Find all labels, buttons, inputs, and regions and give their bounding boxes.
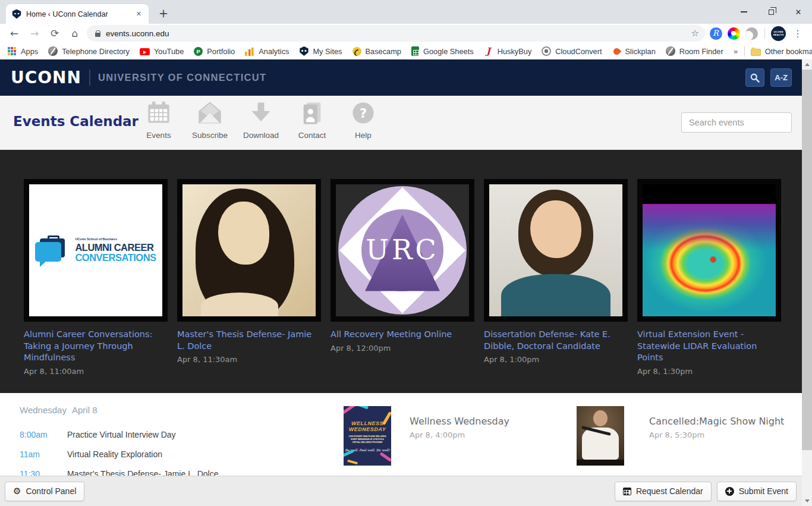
tab-close-icon[interactable]: ✕ [134,9,144,19]
reload-icon[interactable]: ⟳ [46,25,63,42]
color-wheel-extension-icon[interactable] [726,26,741,40]
day-heading: WednesdayApril 8 [20,405,97,415]
lidar-terrain-map [643,184,776,316]
refind-extension-icon[interactable]: R [709,26,723,40]
events-search-box [681,112,792,133]
globe-icon [666,46,675,56]
control-panel-button[interactable]: ⚙ Control Panel [5,482,84,501]
nav-contact[interactable]: Contact [287,100,338,140]
window-restore-button[interactable] [757,0,785,24]
scrollbar-thumb[interactable] [802,70,812,450]
event-card[interactable]: Dissertation Defense- Kate E. Dibble, Do… [484,179,628,393]
bookmark-apps[interactable]: Apps [7,46,38,56]
scroll-up-arrow-icon[interactable] [802,59,812,70]
profile-avatar[interactable]: UCONN HEALTH [771,26,786,41]
dark-mode-extension-icon[interactable] [744,26,759,40]
event-card[interactable]: UConn School of Business ALUMNI CAREER C… [24,179,168,393]
vertical-scrollbar[interactable] [802,59,812,506]
cloudconvert-icon [542,46,551,56]
event-time: 8:00am [20,430,67,439]
huskybuy-icon: J [484,46,493,56]
new-tab-button[interactable]: + [156,6,171,21]
briefcase-speech-bubble-icon [35,235,70,266]
event-title[interactable]: Practice Virtual Interview Day [67,430,176,439]
site-header: UCONN UNIVERSITY OF CONNECTICUT A-Z [0,59,812,96]
window-close-button[interactable]: ✕ [785,0,812,24]
browser-tab[interactable]: Home ‹ UConn Calendar ✕ [6,4,149,24]
event-title[interactable]: Cancelled:Magic Show Night [649,416,784,427]
bookmark-google-sheets[interactable]: Google Sheets [411,46,474,56]
address-toolbar: ← → ⟳ ⌂ events.uconn.edu ☆ R UCONN HEALT… [0,24,812,43]
bookmarks-overflow-icon[interactable]: » [734,47,738,56]
calendar-icon [146,100,172,126]
event-image-frame: URC [331,179,474,322]
folder-icon [751,49,761,56]
back-icon[interactable]: ← [6,25,23,42]
site-search-button[interactable] [745,68,764,87]
submit-event-button[interactable]: Submit Event [717,482,797,501]
home-icon[interactable]: ⌂ [67,25,83,42]
event-title[interactable]: Wellness Wednesday [410,416,509,427]
address-bar[interactable]: events.uconn.edu ☆ [87,25,705,42]
list-item[interactable]: 11am Virtual Reality Exploration [20,450,329,459]
bookmark-basecamp[interactable]: Basecamp [353,47,401,56]
portfolio-icon: P [194,47,203,56]
uconn-wordmark[interactable]: UCONN [11,68,81,87]
event-date: Apr 8, 12:00pm [331,344,474,353]
event-title[interactable]: Virtual Reality Exploration [67,450,162,459]
basecamp-icon [353,47,361,56]
other-bookmarks-button[interactable]: Other bookmarks [751,47,812,56]
sepia-portrait-photo [182,184,316,316]
bookmark-analytics[interactable]: Analytics [245,46,289,56]
bookmark-slickplan[interactable]: Slickplan [612,47,656,56]
event-card[interactable]: URC All Recovery Meeting Online Apr 8, 1… [331,179,474,393]
event-card[interactable]: Virtual Extension Event - Statewide LIDA… [637,179,781,393]
svg-text:?: ? [360,106,367,121]
event-title[interactable]: Virtual Extension Event - Statewide LIDA… [637,329,781,364]
alumni-career-conversations-logo: UConn School of Business ALUMNI CAREER C… [29,184,162,316]
bookmark-cloudconvert[interactable]: CloudConvert [542,46,602,56]
bookmark-youtube[interactable]: YouTube [140,47,184,56]
nav-download[interactable]: Download [235,100,287,140]
list-item[interactable]: Cancelled:Magic Show Night Apr 8, 5:30pm [577,406,784,466]
request-calendar-button[interactable]: Request Calendar [615,482,712,501]
event-card[interactable]: Master's Thesis Defense- Jamie L. Dolce … [177,179,321,393]
bookmark-telephone-directory[interactable]: Telephone Directory [48,46,130,56]
question-circle-icon: ? [350,100,376,126]
event-date: Apr 8, 1:30pm [637,367,781,376]
list-item[interactable]: WELLNESS WEDNESDAY JOIN STUDENT HEALTH A… [344,406,509,466]
apps-grid-icon [7,46,17,56]
event-title[interactable]: Master's Thesis Defense- Jamie L. Dolce [177,329,321,352]
event-time: 11am [20,450,67,459]
date-label: April 8 [72,405,97,415]
gear-icon: ⚙ [13,486,21,496]
list-item[interactable]: 8:00am Practice Virtual Interview Day [20,430,329,439]
university-tagline: UNIVERSITY OF CONNECTICUT [98,72,266,83]
event-date: Apr 8, 4:00pm [410,430,509,439]
event-date: Apr 8, 11:30am [177,355,321,364]
scroll-down-arrow-icon[interactable] [802,496,812,506]
nav-help[interactable]: ? Help [338,100,389,140]
window-minimize-button[interactable] [730,0,757,24]
nav-events[interactable]: Events [133,100,184,140]
bookmark-my-sites[interactable]: My Sites [299,46,342,56]
youtube-icon [140,48,150,55]
bookmark-room-finder[interactable]: Room Finder [666,46,723,56]
bookmark-portfolio[interactable]: PPortfolio [194,47,235,56]
az-index-button[interactable]: A-Z [770,68,792,87]
bookmark-star-icon[interactable]: ☆ [691,28,699,39]
forward-icon[interactable]: → [26,25,43,42]
sheets-icon [411,46,419,56]
nav-subscribe[interactable]: Subscribe [184,100,235,140]
search-input[interactable] [682,118,804,127]
page-title: Events Calendar [13,114,139,129]
event-title[interactable]: Alumni Career Conversations: Taking a Jo… [24,329,168,364]
event-title[interactable]: All Recovery Meeting Online [331,329,474,341]
event-title[interactable]: Dissertation Defense- Kate E. Dibble, Do… [484,329,628,352]
url-text[interactable]: events.uconn.edu [106,29,687,38]
events-toolbar: Events Calendar Events [0,96,812,150]
contact-card-icon [299,100,325,126]
browser-menu-icon[interactable]: ⋮ [789,28,806,39]
bookmark-huskybuy[interactable]: JHuskyBuy [484,46,532,56]
event-date: Apr 8, 11:00am [24,367,168,376]
